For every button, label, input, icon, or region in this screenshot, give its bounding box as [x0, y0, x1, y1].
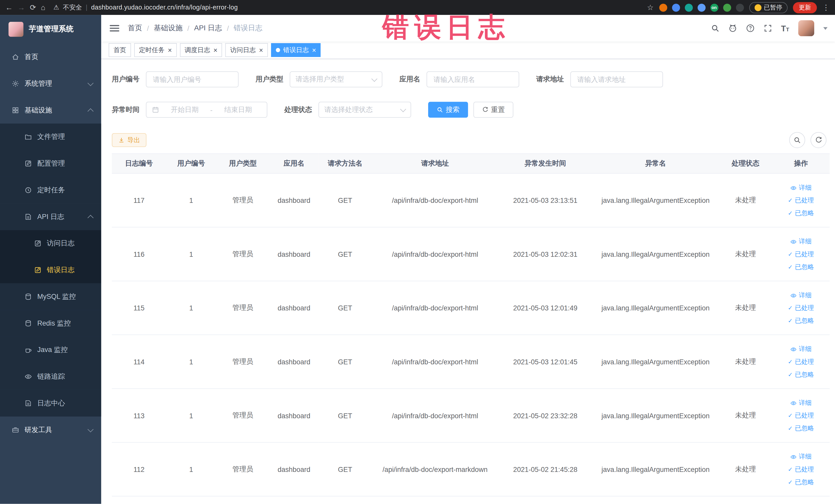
sidebar-item-system[interactable]: 系统管理 [0, 70, 101, 97]
tab-home[interactable]: 首页 [108, 43, 131, 57]
avatar-caret-icon[interactable] [823, 27, 828, 29]
search-icon[interactable] [711, 24, 719, 32]
column-header: 日志编号 [112, 154, 166, 174]
detail-link[interactable]: 详细 [774, 181, 827, 194]
cell-status: 未处理 [719, 173, 772, 227]
java-icon [24, 346, 32, 354]
user-id-input[interactable] [152, 75, 232, 84]
column-header: 用户编号 [166, 154, 216, 174]
cell-method: GET [319, 227, 372, 281]
address-bar[interactable]: ⚠ 不安全 | dashboard.yudao.iocoder.cn/infra… [54, 3, 238, 12]
search-toggle-button[interactable] [789, 132, 805, 148]
github-icon[interactable] [728, 24, 737, 32]
cell-app: dashboard [269, 388, 319, 442]
extension-dark[interactable] [736, 3, 744, 11]
doc-icon [34, 240, 42, 247]
sidebar-item-job[interactable]: 定时任务 [0, 177, 101, 204]
filter-row-1: 用户编号 用户类型 请选择用户类型 应用名 请求地址 [112, 72, 830, 87]
sidebar-item-trace[interactable]: 链路追踪 [0, 363, 101, 390]
processed-link[interactable]: ✓已处理 [774, 463, 827, 476]
avatar[interactable] [798, 20, 814, 36]
sidebar-item-api-log[interactable]: API 日志 [0, 203, 101, 230]
extension-green[interactable] [723, 3, 731, 11]
breadcrumb-item[interactable]: API 日志 [194, 23, 222, 33]
ignore-link[interactable]: ✓已忽略 [774, 476, 827, 489]
user-type-select[interactable]: 请选择用户类型 [290, 72, 383, 87]
detail-link[interactable]: 详细 [774, 288, 827, 301]
detail-link[interactable]: 详细 [774, 450, 827, 463]
extension-blue[interactable] [672, 3, 680, 11]
sidebar-item-redis[interactable]: Redis 监控 [0, 310, 101, 337]
browser-menu-icon[interactable]: ⋮ [822, 0, 830, 15]
sidebar-item-infra[interactable]: 基础设施 [0, 97, 101, 124]
update-button[interactable]: 更新 [793, 2, 817, 13]
detail-link[interactable]: 详细 [774, 397, 827, 409]
ignore-link[interactable]: ✓已忽略 [774, 260, 827, 273]
close-icon[interactable]: × [213, 47, 218, 54]
cell-time: 2021-05-03 23:13:51 [498, 173, 592, 227]
ignore-link[interactable]: ✓已忽略 [774, 314, 827, 327]
eye-icon [790, 288, 797, 301]
gear-icon [12, 80, 19, 87]
sidebar-item-log-center[interactable]: 日志中心 [0, 390, 101, 417]
cell-app: dashboard [269, 281, 319, 335]
sidebar-item-home[interactable]: 首页 [0, 44, 101, 70]
close-icon[interactable]: × [312, 47, 316, 54]
ignore-link[interactable]: ✓已忽略 [774, 207, 827, 220]
process-status-select[interactable]: 请选择处理状态 [319, 102, 411, 118]
back-icon[interactable]: ← [5, 0, 13, 15]
close-icon[interactable]: × [259, 47, 263, 54]
filter-row-2: 异常时间 开始日期 - 结束日期 处理状态 请选择处理状态 搜索 [112, 102, 830, 118]
detail-link[interactable]: 详细 [774, 343, 827, 355]
extension-orange[interactable] [659, 3, 667, 11]
sidebar-item-dev-tools[interactable]: 研发工具 [0, 417, 101, 443]
fullscreen-icon[interactable] [763, 24, 772, 32]
tab-job-log[interactable]: 调度日志× [180, 43, 222, 57]
extension-grid[interactable] [697, 3, 705, 11]
ignore-link[interactable]: ✓已忽略 [774, 422, 827, 435]
hamburger-menu-icon[interactable] [109, 25, 119, 32]
bookmark-star-icon[interactable]: ☆ [647, 0, 654, 15]
cell-user-id: 1 [166, 388, 216, 442]
processed-link[interactable]: ✓已处理 [774, 355, 827, 368]
browser-home-icon[interactable]: ⌂ [41, 0, 45, 15]
breadcrumb-item[interactable]: 基础设施 [154, 23, 183, 33]
extension-on-badge[interactable]: on [710, 3, 718, 11]
tab-error-log[interactable]: 错误日志× [271, 43, 321, 57]
search-button[interactable]: 搜索 [428, 102, 468, 118]
processed-link[interactable]: ✓已处理 [774, 194, 827, 207]
sidebar-item-config[interactable]: 配置管理 [0, 150, 101, 177]
breadcrumb-item[interactable]: 首页 [128, 23, 142, 33]
detail-link[interactable]: 详细 [774, 235, 827, 248]
extension-teal[interactable] [685, 3, 693, 11]
help-icon[interactable] [746, 24, 754, 32]
processed-link[interactable]: ✓已处理 [774, 301, 827, 314]
search-icon [793, 136, 801, 144]
error-log-table: 日志编号用户编号用户类型应用名请求方法名请求地址异常发生时间异常名处理状态操作 … [112, 153, 830, 496]
sidebar-item-file[interactable]: 文件管理 [0, 123, 101, 150]
reload-icon[interactable]: ⟳ [30, 0, 36, 15]
eye-icon [790, 235, 797, 248]
processed-link[interactable]: ✓已处理 [774, 248, 827, 261]
reset-button[interactable]: 重置 [473, 102, 513, 118]
sidebar-item-java[interactable]: Java 监控 [0, 337, 101, 363]
sidebar-item-error-log[interactable]: 错误日志 [0, 257, 101, 283]
forward-icon[interactable]: → [18, 0, 25, 15]
processed-link[interactable]: ✓已处理 [774, 409, 827, 422]
date-end-placeholder: 结束日期 [215, 105, 261, 115]
ignore-link[interactable]: ✓已忽略 [774, 368, 827, 381]
app-logo[interactable]: 芋道管理系统 [0, 15, 101, 44]
paused-badge[interactable]: 已暂停 [749, 2, 788, 13]
tab-cron-job[interactable]: 定时任务× [134, 43, 177, 57]
close-icon[interactable]: × [168, 47, 172, 54]
sidebar-item-mysql[interactable]: MySQL 监控 [0, 283, 101, 310]
column-header: 请求地址 [372, 154, 498, 174]
tab-access-log[interactable]: 访问日志× [225, 43, 268, 57]
app-name-input[interactable] [432, 75, 513, 84]
date-range-picker[interactable]: 开始日期 - 结束日期 [146, 102, 267, 118]
refresh-button[interactable] [811, 132, 827, 148]
export-button[interactable]: 导出 [112, 133, 147, 147]
request-url-input[interactable] [576, 75, 657, 84]
sidebar-item-access-log[interactable]: 访问日志 [0, 230, 101, 257]
font-size-icon[interactable]: TT [781, 24, 789, 33]
